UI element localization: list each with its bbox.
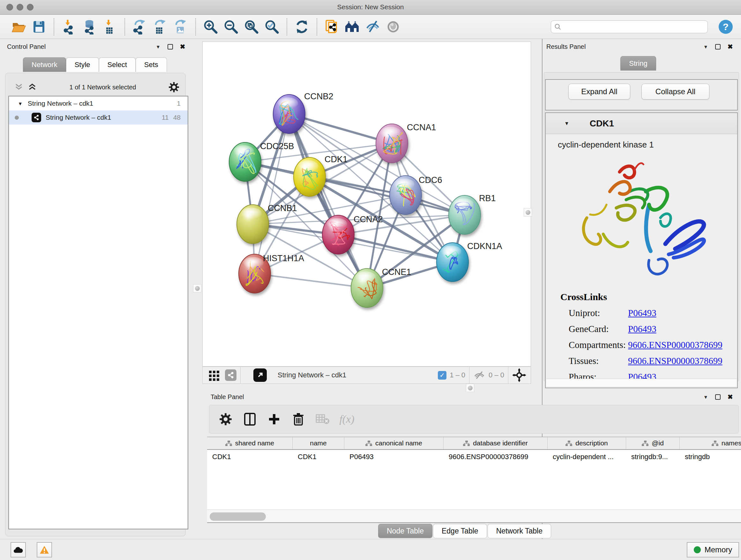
export-image-icon[interactable] (172, 18, 189, 35)
add-column-icon[interactable] (265, 410, 283, 428)
crosslink-genecard-link[interactable]: P06493 (628, 324, 657, 334)
table-horizontal-scrollbar[interactable] (207, 509, 741, 523)
collapse-all-icon[interactable] (14, 83, 23, 91)
node-table[interactable]: shared namenamecanonical namedatabase id… (207, 437, 741, 509)
memory-button[interactable]: Memory (687, 542, 739, 557)
column-header-canonical-name[interactable]: canonical name (344, 437, 444, 449)
gear-icon[interactable] (169, 82, 179, 92)
right-splitter-handle[interactable] (524, 208, 532, 216)
crosslink-compartments-link[interactable]: 9606.ENSP00000378699 (628, 340, 723, 350)
zoom-fit-icon[interactable] (243, 18, 260, 35)
cloud-status-button[interactable] (10, 542, 26, 557)
collapse-all-button[interactable]: Collapse All (642, 84, 710, 100)
table-settings-gear-icon[interactable] (216, 410, 235, 428)
table-cell[interactable]: P06493 (344, 453, 444, 461)
open-session-icon[interactable] (10, 18, 27, 35)
node-ccnb1[interactable] (237, 205, 269, 244)
float-panel-icon[interactable] (167, 44, 173, 50)
table-cell[interactable]: 9606.ENSP00000378699 (444, 453, 548, 461)
grid-view-icon[interactable] (208, 369, 220, 381)
birdseye-crosshair-icon[interactable] (512, 368, 526, 382)
table-cell[interactable]: CDK1 (293, 453, 344, 461)
table-cell[interactable]: stringdb:9... (626, 453, 680, 461)
tab-network-table[interactable]: Network Table (488, 524, 551, 538)
delete-column-trash-icon[interactable] (289, 410, 308, 428)
close-panel-icon[interactable]: ✖ (728, 394, 733, 400)
tab-sets[interactable]: Sets (136, 57, 167, 72)
export-table-icon[interactable] (152, 18, 169, 35)
table-cell[interactable]: stringdb (680, 453, 741, 461)
import-table-icon[interactable] (102, 18, 118, 35)
node-cdc25b[interactable] (229, 142, 261, 181)
network-graph[interactable]: CCNB2 CCNA1 CDC25B CDK1 CDC6 RB1 CCNB1 C… (203, 42, 531, 366)
crosslink-tissues-link[interactable]: 9606.ENSP00000378699 (628, 356, 723, 366)
panel-menu-icon[interactable]: ▼ (703, 44, 708, 50)
import-network-database-icon[interactable] (81, 18, 98, 35)
warning-status-button[interactable] (37, 542, 52, 557)
close-panel-icon[interactable]: ✖ (180, 44, 185, 50)
node-ccna1[interactable] (376, 124, 408, 163)
zoom-selected-icon[interactable] (264, 18, 280, 35)
column-header-description[interactable]: description (548, 437, 626, 449)
birds-eye-icon[interactable] (344, 18, 360, 35)
gene-card-header[interactable]: ▼ CDK1 (546, 113, 737, 134)
crosslink-uniprot-link[interactable]: P06493 (628, 308, 657, 318)
column-header-@id[interactable]: @id (626, 437, 680, 449)
node-rb1[interactable] (449, 195, 481, 234)
tab-edge-table[interactable]: Edge Table (433, 524, 487, 538)
node-ccna2[interactable] (322, 215, 354, 254)
scrollbar-thumb[interactable] (210, 512, 266, 521)
tree-expand-icon[interactable]: ▼ (18, 101, 23, 106)
close-panel-icon[interactable]: ✖ (728, 44, 733, 50)
node-ccne1[interactable] (351, 268, 383, 307)
panel-menu-icon[interactable]: ▼ (703, 394, 708, 400)
hide-show-icon[interactable] (364, 18, 381, 35)
tab-style[interactable]: Style (66, 57, 99, 72)
selected-checkbox-icon[interactable]: ✓ (438, 371, 447, 380)
column-header-name[interactable]: name (293, 437, 344, 449)
results-tab-bar: String (620, 56, 656, 71)
help-button[interactable]: ? (719, 20, 733, 34)
edge-ccnb2-hist1h1a[interactable] (255, 114, 289, 273)
search-input[interactable] (564, 23, 704, 30)
save-session-icon[interactable] (30, 18, 47, 35)
node-cdkn1a[interactable] (436, 243, 468, 282)
tab-node-table[interactable]: Node Table (378, 524, 432, 538)
results-scroll-strip[interactable] (546, 379, 737, 386)
refresh-icon[interactable] (293, 18, 310, 35)
table-cell[interactable]: cyclin-dependent ... (548, 453, 626, 461)
open-in-window-icon[interactable] (253, 368, 267, 382)
node-cdk1[interactable] (293, 158, 326, 196)
search-box[interactable] (551, 20, 708, 33)
first-neighbors-icon[interactable] (324, 18, 340, 35)
collapse-section-icon[interactable]: ▼ (564, 121, 569, 126)
bottom-splitter-handle[interactable] (466, 384, 474, 392)
zoom-out-icon[interactable] (223, 18, 239, 35)
zoom-in-icon[interactable] (202, 18, 219, 35)
tab-string[interactable]: String (620, 56, 656, 71)
gray-sphere-icon[interactable] (385, 18, 401, 35)
expand-all-icon[interactable] (27, 83, 37, 91)
column-header-shared-name[interactable]: shared name (207, 437, 293, 449)
float-panel-icon[interactable] (715, 44, 721, 50)
export-network-icon[interactable] (131, 18, 148, 35)
node-cdc6[interactable] (390, 176, 421, 214)
tab-select[interactable]: Select (99, 57, 136, 72)
expand-all-button[interactable]: Expand All (568, 84, 630, 100)
network-canvas[interactable]: CCNB2 CCNA1 CDC25B CDK1 CDC6 RB1 CCNB1 C… (202, 42, 531, 367)
float-panel-icon[interactable] (715, 394, 721, 400)
edge-hist1h1a-ccne1[interactable] (255, 273, 367, 288)
left-splitter-handle[interactable] (193, 284, 201, 293)
network-overview-icon[interactable] (225, 369, 237, 381)
column-header-database-identifier[interactable]: database identifier (444, 437, 548, 449)
table-cell[interactable]: CDK1 (207, 453, 293, 461)
network-tree-child-row[interactable]: String Network – cdk1 11 48 (9, 111, 188, 125)
panel-menu-icon[interactable]: ▼ (156, 44, 160, 50)
table-row[interactable]: CDK1CDK1P064939606.ENSP00000378699cyclin… (207, 450, 741, 464)
import-network-file-icon[interactable] (61, 18, 77, 35)
column-header-namespace[interactable]: namespace (680, 437, 741, 449)
tab-network[interactable]: Network (23, 57, 66, 72)
node-ccnb2[interactable] (273, 95, 305, 133)
network-tree-root-row[interactable]: ▼ String Network – cdk1 1 (9, 97, 188, 111)
show-columns-icon[interactable] (241, 410, 259, 428)
